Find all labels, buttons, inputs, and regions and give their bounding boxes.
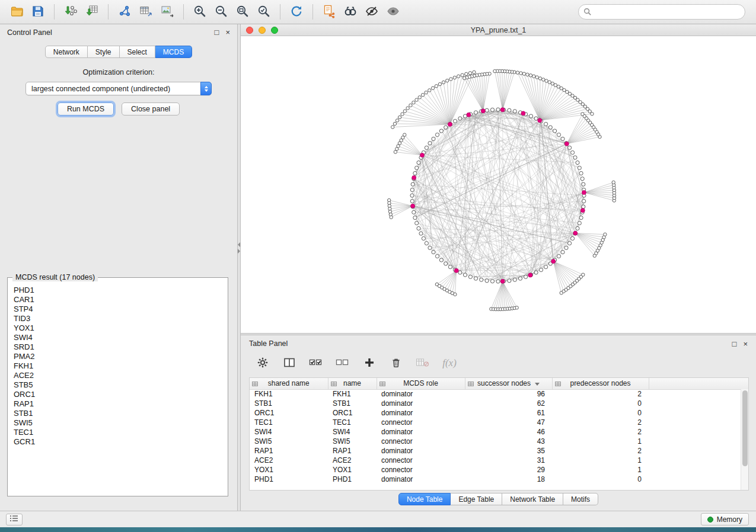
table-options-button[interactable] — [255, 355, 270, 371]
toolbar-separator — [54, 4, 55, 20]
mcds-result-item[interactable]: PHD1 — [14, 286, 228, 295]
close-panel-icon[interactable]: × — [225, 28, 230, 36]
tab-network[interactable]: Network — [45, 46, 88, 58]
column-menu-icon[interactable] — [331, 381, 337, 387]
panel-selector-button[interactable] — [6, 514, 23, 525]
select-all-rows-button[interactable] — [308, 355, 324, 371]
table-row[interactable]: TEC1TEC1connector472 — [250, 418, 748, 427]
column-menu-icon[interactable] — [468, 381, 474, 387]
column-menu-icon[interactable] — [555, 381, 561, 387]
show-graphics-details-button[interactable] — [382, 2, 404, 21]
import-network-button[interactable] — [60, 2, 81, 21]
tab-select[interactable]: Select — [120, 46, 155, 58]
mcds-result-item[interactable]: TID3 — [14, 314, 228, 323]
cell-successor-nodes: 62 — [465, 399, 552, 408]
column-header-successor-nodes[interactable]: successor nodes — [465, 378, 552, 389]
optimization-criterion-dropdown[interactable]: largest connected component (undirected) — [25, 82, 212, 95]
add-button[interactable] — [362, 355, 377, 371]
close-mcds-panel-button[interactable]: Close panel — [122, 102, 180, 116]
delete-table-button — [415, 355, 430, 371]
table-panel-header: Table Panel □ × — [241, 335, 756, 352]
splitter-collapse-icon[interactable] — [238, 242, 240, 254]
table-tab-motifs[interactable]: Motifs — [563, 493, 598, 505]
export-image-button[interactable] — [157, 2, 178, 21]
table-row[interactable]: PHD1PHD1dominator180 — [250, 475, 748, 484]
table-row[interactable]: ORC1ORC1dominator610 — [250, 408, 748, 418]
toggle-details-button[interactable] — [361, 2, 382, 21]
zoom-selected-button[interactable] — [253, 2, 275, 21]
table-scrollbar[interactable] — [741, 389, 748, 490]
column-header-name[interactable]: name — [328, 378, 377, 389]
window-zoom-button[interactable] — [271, 27, 278, 34]
column-menu-icon[interactable] — [379, 381, 385, 387]
mcds-result-item[interactable]: ACE2 — [14, 371, 228, 380]
status-bar: Memory — [0, 511, 756, 527]
table-row[interactable]: YOX1YOX1connector291 — [250, 465, 748, 475]
window-minimize-button[interactable] — [259, 27, 266, 34]
mcds-result-item[interactable]: SRD1 — [14, 342, 228, 352]
zoom-fit-button[interactable] — [232, 2, 253, 21]
refresh-view-button[interactable] — [286, 2, 307, 21]
cell-filler — [649, 475, 748, 484]
show-columns-button[interactable] — [282, 355, 297, 371]
search-box — [578, 4, 745, 20]
mcds-result-item[interactable]: STB5 — [14, 380, 228, 390]
table-row[interactable]: SWI5SWI5connector431 — [250, 437, 748, 446]
deselect-all-rows-button[interactable] — [335, 355, 350, 371]
mcds-result-item[interactable]: STB1 — [14, 409, 228, 418]
window-close-button[interactable] — [246, 27, 253, 34]
toolbar-separator — [183, 4, 184, 20]
float-table-panel-icon[interactable]: □ — [732, 340, 737, 348]
mcds-result-item[interactable]: STP4 — [14, 305, 228, 314]
import-table-button[interactable] — [81, 2, 103, 21]
table-row[interactable]: SWI4SWI4dominator462 — [250, 427, 748, 437]
memory-button[interactable]: Memory — [701, 513, 749, 525]
new-table-button[interactable] — [135, 2, 157, 21]
zoom-out-button[interactable] — [210, 2, 232, 21]
tab-mcds[interactable]: MCDS — [155, 46, 192, 58]
search-network-button[interactable] — [340, 2, 361, 21]
table-row[interactable]: STB1STB1dominator620 — [250, 399, 748, 408]
network-canvas[interactable] — [241, 36, 756, 333]
search-input[interactable] — [578, 4, 745, 20]
table-row[interactable]: RAP1RAP1dominator352 — [250, 446, 748, 456]
table-tab-node-table[interactable]: Node Table — [398, 493, 451, 505]
mcds-result-item[interactable]: FKH1 — [14, 361, 228, 371]
cell-name: TEC1 — [328, 418, 377, 427]
document-share-button[interactable] — [318, 2, 340, 21]
trash-icon — [390, 357, 402, 370]
table-panel-tabs: Node TableEdge TableNetwork TableMotifs — [241, 493, 756, 505]
document-share-icon — [322, 4, 336, 20]
column-menu-icon[interactable] — [252, 381, 258, 387]
table-tab-network-table[interactable]: Network Table — [502, 493, 563, 505]
mcds-result-item[interactable]: ORC1 — [14, 390, 228, 399]
mcds-result-item[interactable]: GCR1 — [14, 437, 228, 447]
run-mcds-button[interactable]: Run MCDS — [58, 102, 114, 116]
mcds-result-item[interactable]: RAP1 — [14, 399, 228, 409]
control-panel-title: Control Panel — [7, 28, 52, 37]
mcds-result-item[interactable]: PMA2 — [14, 352, 228, 361]
table-tab-edge-table[interactable]: Edge Table — [451, 493, 502, 505]
cell-name: STB1 — [328, 399, 377, 408]
open-session-button[interactable] — [6, 2, 27, 21]
float-panel-icon[interactable]: □ — [215, 28, 219, 36]
delete-button[interactable] — [388, 355, 404, 371]
close-table-panel-icon[interactable]: × — [743, 340, 748, 348]
table-row[interactable]: FKH1FKH1dominator962 — [250, 389, 748, 399]
table-scrollbar-thumb[interactable] — [742, 390, 748, 466]
mcds-result-item[interactable]: SWI5 — [14, 418, 228, 428]
zoom-in-button[interactable] — [189, 2, 210, 21]
mcds-result-item[interactable]: CAR1 — [14, 295, 228, 305]
table-row[interactable]: ACE2ACE2connector311 — [250, 456, 748, 465]
mcds-result-box: MCDS result (17 nodes) PHD1CAR1STP4TID3Y… — [7, 277, 228, 496]
tab-style[interactable]: Style — [88, 46, 120, 58]
save-session-button[interactable] — [27, 2, 49, 21]
column-header-mcds-role[interactable]: MCDS role — [377, 378, 465, 389]
column-header-shared-name[interactable]: shared name — [250, 378, 328, 389]
mcds-result-item[interactable]: TEC1 — [14, 428, 228, 437]
new-network-button[interactable] — [114, 2, 135, 21]
mcds-result-item[interactable]: YOX1 — [14, 323, 228, 333]
cell-name: SWI4 — [328, 427, 377, 437]
column-header-predecessor-nodes[interactable]: predecessor nodes — [552, 378, 649, 389]
mcds-result-item[interactable]: SWI4 — [14, 333, 228, 342]
